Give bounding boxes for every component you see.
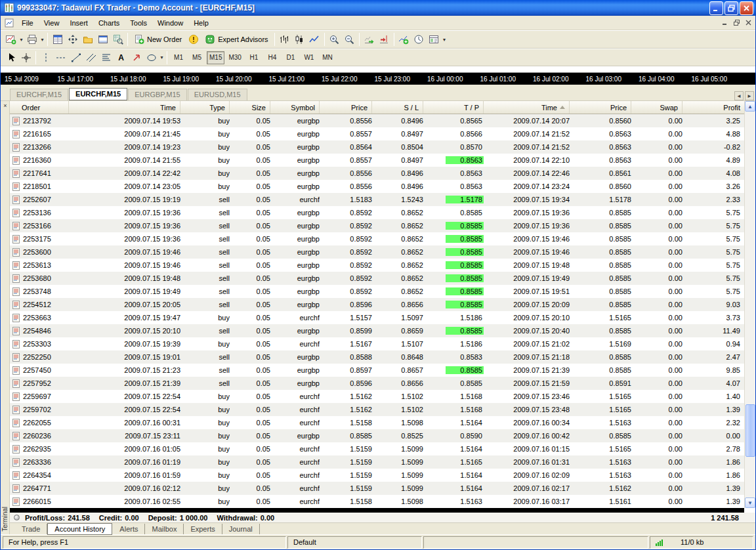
scrollbar-thumb[interactable] — [746, 404, 755, 457]
new-chart-button[interactable] — [3, 32, 18, 47]
table-row[interactable]: 2216165 2009.07.14 21:45 buy 0.05 eurgbp… — [10, 127, 755, 140]
header-price[interactable]: Price — [320, 101, 372, 114]
table-row[interactable]: 2253613 2009.07.15 19:46 sell 0.05 eurgb… — [10, 259, 755, 272]
terminal-panel-button[interactable] — [95, 32, 110, 47]
strategy-tester-button[interactable] — [110, 32, 125, 47]
chart-tab[interactable]: EURGBP,M15 — [128, 89, 187, 100]
horizontal-line-tool-button[interactable] — [53, 51, 68, 65]
table-row[interactable]: 2216360 2009.07.14 21:55 buy 0.05 eurgbp… — [10, 154, 755, 167]
terminal-tab[interactable]: Trade — [15, 524, 47, 534]
tab-scroll-right-button[interactable]: ► — [745, 91, 754, 100]
table-row[interactable]: 2217641 2009.07.14 22:42 buy 0.05 eurgbp… — [10, 167, 755, 180]
timeframe-button[interactable]: H1 — [245, 51, 262, 64]
restore-button[interactable] — [724, 1, 738, 15]
vertical-line-tool-button[interactable] — [38, 51, 53, 65]
menu-item[interactable]: Help — [188, 17, 214, 29]
table-row[interactable]: 2257450 2009.07.15 21:23 sell 0.05 eurgb… — [10, 364, 755, 377]
header-symbol[interactable]: Symbol — [270, 101, 320, 114]
timeframe-button[interactable]: MN — [319, 51, 336, 64]
terminal-tab[interactable]: Account History — [47, 523, 112, 535]
chart-tab[interactable]: EURCHF,M15 — [69, 88, 127, 100]
header-close-price[interactable]: Price — [570, 101, 631, 114]
scroll-up-button[interactable]: ▲ — [745, 101, 755, 112]
table-row[interactable]: 2259697 2009.07.15 22:54 buy 0.05 eurchf… — [10, 390, 755, 403]
timeframe-button[interactable]: D1 — [282, 51, 299, 64]
header-profit[interactable]: Profit — [682, 101, 744, 114]
terminal-tab[interactable]: Alerts — [113, 524, 145, 534]
table-row[interactable]: 2252250 2009.07.15 19:01 sell 0.05 eurgb… — [10, 350, 755, 364]
timeframe-button[interactable]: H4 — [264, 51, 281, 64]
table-row[interactable]: 2252607 2009.07.15 19:19 sell 0.05 eurch… — [10, 193, 755, 206]
periods-button[interactable] — [411, 32, 427, 47]
crosshair-tool-button[interactable] — [18, 51, 33, 65]
menu-item[interactable]: File — [16, 17, 39, 29]
menu-item[interactable]: Tools — [125, 17, 152, 29]
timeframe-button[interactable]: M5 — [188, 51, 205, 64]
expert-advisors-button[interactable]: Expert Advisors — [201, 32, 272, 47]
chart-tab[interactable]: EURUSD,M15 — [188, 89, 247, 100]
alert-icon[interactable] — [186, 32, 201, 47]
table-row[interactable]: 2253663 2009.07.15 19:47 buy 0.05 eurchf… — [10, 311, 755, 324]
print-caret-icon[interactable]: ▾ — [39, 37, 45, 43]
templates-caret-icon[interactable]: ▾ — [442, 37, 448, 43]
zoom-out-button[interactable] — [342, 32, 357, 47]
header-size[interactable]: Size — [230, 101, 270, 114]
table-row[interactable]: 2264354 2009.07.16 01:59 buy 0.05 eurchf… — [10, 469, 755, 482]
timeframe-button[interactable]: M1 — [170, 51, 187, 64]
status-profile-panel[interactable]: Default — [287, 536, 422, 549]
table-row[interactable]: 2262935 2009.07.16 01:05 buy 0.05 eurchf… — [10, 442, 755, 455]
arrows-tool-button[interactable] — [129, 51, 144, 65]
zoom-in-button[interactable] — [327, 32, 342, 47]
table-row[interactable]: 2253748 2009.07.15 19:49 sell 0.05 eurgb… — [10, 285, 755, 298]
trendline-tool-button[interactable] — [68, 51, 83, 65]
new-order-button[interactable]: New Order — [130, 32, 186, 47]
header-tp[interactable]: T / P — [423, 101, 484, 114]
child-minimize-button[interactable] — [719, 18, 730, 28]
table-row[interactable]: 2254846 2009.07.15 20:10 sell 0.05 eurgb… — [10, 324, 755, 337]
header-open-time[interactable]: Time — [69, 101, 180, 114]
header-close-time[interactable]: Time — [484, 101, 570, 114]
table-row[interactable]: 2253303 2009.07.15 19:39 buy 0.05 eurchf… — [10, 337, 755, 350]
shapes-caret-icon[interactable]: ▾ — [159, 54, 165, 60]
header-type[interactable]: Type — [180, 101, 230, 114]
channel-tool-button[interactable] — [83, 51, 98, 65]
table-row[interactable]: 2266015 2009.07.16 02:55 buy 0.05 eurchf… — [10, 495, 755, 508]
table-row[interactable]: 2213792 2009.07.14 19:53 buy 0.05 eurgbp… — [10, 114, 755, 127]
timeframe-button[interactable]: W1 — [301, 51, 318, 64]
timeframe-button[interactable]: M30 — [226, 51, 243, 64]
candlestick-chart-button[interactable] — [292, 32, 307, 47]
minimize-button[interactable] — [709, 1, 723, 15]
header-sl[interactable]: S / L — [372, 101, 423, 114]
header-swap[interactable]: Swap — [631, 101, 682, 114]
table-row[interactable]: 2253166 2009.07.15 19:36 sell 0.05 eurgb… — [10, 219, 755, 232]
table-row[interactable]: 2213266 2009.07.14 19:23 buy 0.05 eurgbp… — [10, 140, 755, 154]
chart-tab[interactable]: EURCHF,M15 — [10, 89, 68, 100]
tab-scroll-left-button[interactable]: ◄ — [734, 91, 744, 100]
terminal-tab[interactable]: Journal — [222, 524, 260, 534]
table-row[interactable]: 2257952 2009.07.15 21:39 sell 0.05 eurgb… — [10, 377, 755, 390]
menu-item[interactable]: View — [39, 17, 65, 29]
navigator-button[interactable] — [65, 32, 80, 47]
table-row[interactable]: 2254512 2009.07.15 20:05 sell 0.05 eurgb… — [10, 298, 755, 311]
fibonacci-tool-button[interactable] — [98, 51, 114, 65]
table-row[interactable]: 2262055 2009.07.16 00:31 buy 0.05 eurchf… — [10, 416, 755, 429]
table-row[interactable]: 2253136 2009.07.15 19:36 sell 0.05 eurgb… — [10, 206, 755, 219]
vertical-scrollbar[interactable]: ▲ ▼ — [744, 101, 755, 508]
market-watch-button[interactable] — [50, 32, 65, 47]
line-chart-button[interactable] — [307, 32, 322, 47]
print-button[interactable] — [24, 32, 39, 47]
table-row[interactable]: 2264771 2009.07.16 02:12 buy 0.05 eurchf… — [10, 482, 755, 495]
menu-item[interactable]: Charts — [93, 17, 125, 29]
table-row[interactable]: 2253600 2009.07.15 19:46 sell 0.05 eurgb… — [10, 245, 755, 259]
child-close-button[interactable] — [743, 18, 754, 28]
child-restore-button[interactable] — [731, 18, 742, 28]
scroll-down-button[interactable]: ▼ — [745, 497, 755, 508]
table-row[interactable]: 2253175 2009.07.15 19:36 sell 0.05 eurgb… — [10, 232, 755, 245]
table-row[interactable]: 2259702 2009.07.15 22:54 buy 0.05 eurchf… — [10, 403, 755, 416]
shapes-tool-button[interactable] — [144, 51, 159, 65]
terminal-close-icon[interactable]: × — [1, 101, 10, 109]
history-center-button[interactable] — [80, 32, 95, 47]
terminal-tab[interactable]: Mailbox — [145, 524, 184, 534]
new-chart-caret-icon[interactable]: ▾ — [18, 37, 24, 43]
table-row[interactable]: 2218501 2009.07.14 23:05 buy 0.05 eurgbp… — [10, 180, 755, 193]
